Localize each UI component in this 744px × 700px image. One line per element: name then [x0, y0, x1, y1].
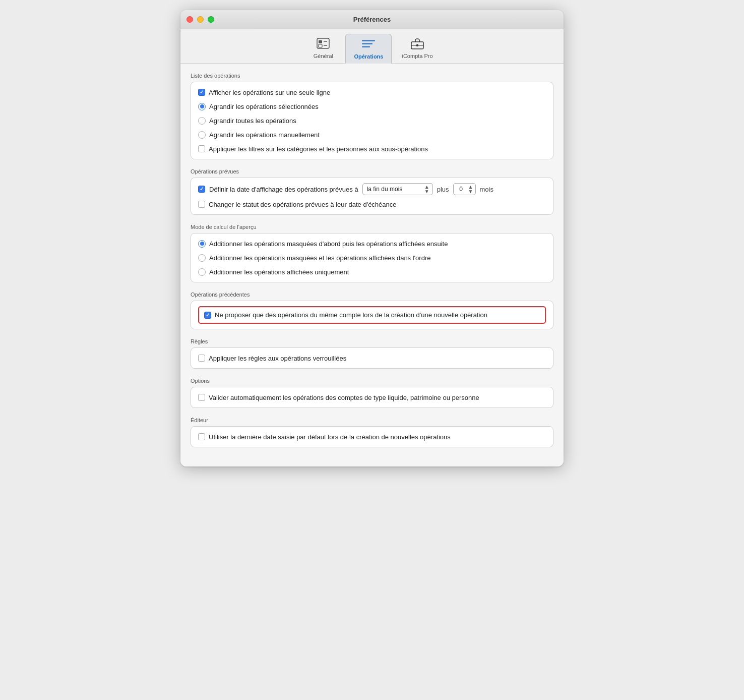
radio-masquees-ordre[interactable]: Additionner les opérations masquées et l…: [198, 253, 546, 263]
checkbox-appliquer-regles-label: Appliquer les règles aux opérations verr…: [209, 355, 346, 362]
row-definir-date: Définir la date d'affichage des opératio…: [198, 183, 546, 195]
tab-general[interactable]: Général: [303, 34, 343, 63]
radio-affichees-uniquement-input[interactable]: [198, 268, 206, 276]
checkbox-ne-proposer-input[interactable]: [204, 312, 211, 319]
general-icon: [316, 37, 330, 52]
radio-masquees-abord-label: Additionner les opérations masquées d'ab…: [209, 240, 448, 248]
section-precedentes-label: Opérations précédentes: [191, 291, 553, 298]
titlebar: Préférences: [180, 10, 564, 29]
checkbox-appliquer-regles[interactable]: Appliquer les règles aux opérations verr…: [198, 353, 546, 363]
section-prevues-box: Définir la date d'affichage des opératio…: [191, 178, 553, 215]
checkbox-valider-auto-label: Valider automatiquement les opérations d…: [209, 394, 479, 401]
section-editeur-label: Éditeur: [191, 417, 553, 423]
radio-affichees-uniquement[interactable]: Additionner les opérations affichées uni…: [198, 267, 546, 277]
section-options: Options Valider automatiquement les opér…: [191, 378, 553, 408]
operations-icon-svg: [361, 37, 376, 50]
section-liste: Liste des opérations Afficher les opérat…: [191, 73, 553, 159]
radio-masquees-ordre-input[interactable]: [198, 254, 206, 262]
section-precedentes-box: Ne proposer que des opérations du même c…: [191, 301, 553, 329]
svg-rect-3: [319, 44, 322, 47]
radio-agrandir-toutes-label: Agrandir toutes les opérations: [209, 117, 296, 125]
section-editeur-box: Utiliser la dernière date saisie par déf…: [191, 426, 553, 447]
radio-agrandir-manuellement[interactable]: Agrandir les opérations manuellement: [198, 130, 546, 140]
number-arrows-icon: ▲ ▼: [468, 185, 473, 194]
radio-masquees-ordre-label: Additionner les opérations masquées et l…: [209, 254, 430, 262]
traffic-lights: [187, 16, 214, 23]
section-prevues-label: Opérations prévues: [191, 168, 553, 174]
section-precedentes: Opérations précédentes Ne proposer que d…: [191, 291, 553, 329]
checkbox-filtres-input[interactable]: [198, 145, 205, 152]
tab-icompta[interactable]: iCompta Pro: [394, 34, 441, 63]
section-regles: Règles Appliquer les règles aux opératio…: [191, 338, 553, 369]
checkbox-valider-auto-input[interactable]: [198, 394, 205, 401]
radio-agrandir-manuellement-input[interactable]: [198, 131, 206, 139]
plus-label: plus: [437, 186, 449, 193]
section-regles-box: Appliquer les règles aux opérations verr…: [191, 347, 553, 369]
tab-general-label: Général: [314, 53, 333, 59]
section-prevues: Opérations prévues Définir la date d'aff…: [191, 168, 553, 215]
section-calcul: Mode de calcul de l'aperçu Additionner l…: [191, 224, 553, 282]
tab-icompta-label: iCompta Pro: [402, 53, 432, 59]
radio-agrandir-manuellement-label: Agrandir les opérations manuellement: [209, 131, 320, 139]
radio-masquees-abord-input[interactable]: [198, 240, 206, 248]
operations-icon: [361, 37, 376, 52]
content-area: Liste des opérations Afficher les opérat…: [180, 64, 564, 466]
checkbox-ne-proposer-label: Ne proposer que des opérations du même c…: [215, 311, 487, 319]
svg-rect-1: [319, 40, 322, 43]
section-regles-label: Règles: [191, 338, 553, 344]
tab-operations-label: Opérations: [354, 53, 383, 60]
section-editeur: Éditeur Utiliser la dernière date saisie…: [191, 417, 553, 447]
checkbox-valider-auto[interactable]: Valider automatiquement les opérations d…: [198, 392, 546, 402]
checkbox-derniere-date-label: Utiliser la dernière date saisie par déf…: [209, 433, 451, 441]
checkbox-derniere-date-input[interactable]: [198, 433, 205, 440]
maximize-button[interactable]: [208, 16, 214, 23]
svg-rect-10: [416, 44, 418, 46]
radio-masquees-abord[interactable]: Additionner les opérations masquées d'ab…: [198, 239, 546, 249]
checkbox-derniere-date[interactable]: Utiliser la dernière date saisie par déf…: [198, 432, 546, 442]
section-liste-label: Liste des opérations: [191, 73, 553, 79]
checkbox-changer-statut-label: Changer le statut des opérations prévues…: [209, 201, 397, 208]
checkbox-filtres[interactable]: Appliquer les filtres sur les catégories…: [198, 144, 546, 154]
checkbox-filtres-label: Appliquer les filtres sur les catégories…: [209, 145, 428, 153]
minimize-button[interactable]: [197, 16, 204, 23]
window-title: Préférences: [353, 16, 391, 23]
radio-agrandir-selected[interactable]: Agrandir les opérations sélectionnées: [198, 101, 546, 111]
checkbox-afficher-input[interactable]: [198, 89, 205, 96]
general-icon-svg: [316, 37, 330, 50]
section-calcul-box: Additionner les opérations masquées d'ab…: [191, 233, 553, 282]
icompta-icon-svg: [410, 37, 425, 50]
radio-agrandir-toutes[interactable]: Agrandir toutes les opérations: [198, 115, 546, 126]
number-value: 0: [456, 186, 467, 193]
close-button[interactable]: [187, 16, 193, 23]
tab-operations[interactable]: Opérations: [345, 34, 392, 64]
unit-label: mois: [480, 186, 493, 193]
checkbox-changer-statut[interactable]: Changer le statut des opérations prévues…: [198, 199, 546, 209]
icompta-icon: [410, 37, 425, 52]
section-options-label: Options: [191, 378, 553, 384]
dropdown-fin-du-mois[interactable]: la fin du mois ▲ ▼: [362, 183, 433, 195]
radio-agrandir-toutes-input[interactable]: [198, 117, 206, 125]
checkbox-changer-statut-input[interactable]: [198, 201, 205, 208]
section-liste-box: Afficher les opérations sur une seule li…: [191, 82, 553, 159]
checkbox-appliquer-regles-input[interactable]: [198, 355, 205, 362]
tabs-container: Général Opérations: [293, 29, 451, 63]
checkbox-afficher-label: Afficher les opérations sur une seule li…: [209, 89, 330, 96]
section-options-box: Valider automatiquement les opérations d…: [191, 387, 553, 408]
checkbox-afficher[interactable]: Afficher les opérations sur une seule li…: [198, 87, 546, 97]
section-calcul-label: Mode de calcul de l'aperçu: [191, 224, 553, 230]
preferences-window: Préférences Général: [180, 10, 564, 466]
checkbox-definir-date[interactable]: [198, 186, 205, 193]
checkbox-ne-proposer[interactable]: Ne proposer que des opérations du même c…: [198, 306, 546, 324]
radio-agrandir-selected-label: Agrandir les opérations sélectionnées: [209, 103, 319, 110]
dropdown-arrows-icon: ▲ ▼: [424, 185, 429, 194]
radio-affichees-uniquement-label: Additionner les opérations affichées uni…: [209, 268, 349, 276]
number-input-mois[interactable]: 0 ▲ ▼: [453, 183, 476, 195]
radio-agrandir-selected-input[interactable]: [198, 103, 206, 110]
checkbox-definir-date-label: Définir la date d'affichage des opératio…: [209, 186, 358, 193]
toolbar: Général Opérations: [180, 29, 564, 64]
dropdown-fin-du-mois-value: la fin du mois: [367, 186, 422, 193]
